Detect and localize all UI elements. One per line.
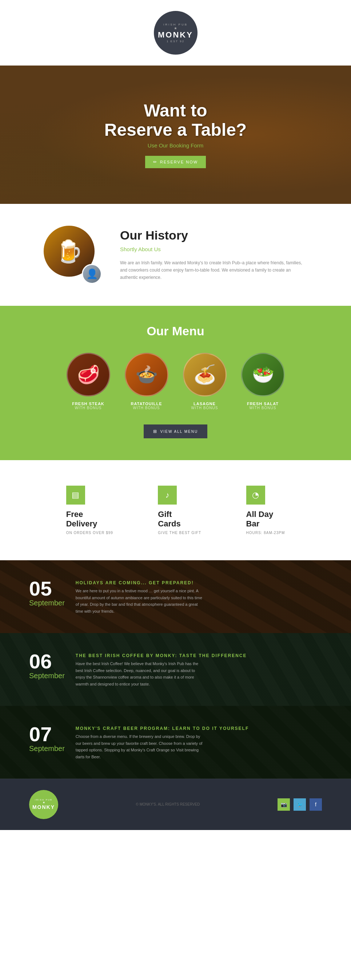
event-3-title: MONKY'S CRAFT BEER PROGRAM: LEARN TO DO … xyxy=(76,726,249,731)
logo-star: ★ xyxy=(174,26,177,30)
menu-item-name-steak: FRESH STEAK xyxy=(72,401,105,406)
person-icon: 👤 xyxy=(86,268,98,280)
feature-bar-title: All Day Bar xyxy=(246,510,273,529)
feature-giftcards-title: Gift Cards xyxy=(158,510,180,529)
menu-circle-ratatouille: 🍲 xyxy=(125,353,168,396)
event-3-content: 07 September MONKY'S CRAFT BEER PROGRAM:… xyxy=(29,724,249,760)
footer-logo-star: ★ xyxy=(43,801,45,804)
event-3-text: MONKY'S CRAFT BEER PROGRAM: LEARN TO DO … xyxy=(76,724,249,760)
grid-icon: ⊞ xyxy=(153,429,157,434)
clock-icon: ◔ xyxy=(252,490,259,500)
feature-bar: ◔ All Day Bar HOURS: 8AM-23PM xyxy=(246,486,285,535)
bar-icon-wrap: ◔ xyxy=(246,486,265,504)
feature-delivery: ▤ Free Delivery ON ORDERS OVER $99 xyxy=(66,486,113,535)
feature-delivery-sub: ON ORDERS OVER $99 xyxy=(66,531,113,535)
feature-bar-sub: HOURS: 8AM-23PM xyxy=(246,531,285,535)
event-block-2: 06 September THE BEST IRISH COFFEE BY MO… xyxy=(0,633,351,706)
ratatouille-icon: 🍲 xyxy=(135,364,158,385)
footer-copyright: © MONKY'S. ALL RIGHTS RESERVED xyxy=(136,802,200,807)
menu-items-container: 🥩 FRESH STEAK WITH BONUS 🍲 RATATOUILLE W… xyxy=(22,353,329,410)
history-description: We are an Irish family. We wanted Monky'… xyxy=(120,259,307,282)
steak-icon: 🥩 xyxy=(77,364,100,385)
lasagne-icon: 🍝 xyxy=(194,364,216,385)
menu-circle-salat: 🥗 xyxy=(241,353,285,396)
facebook-button[interactable]: f xyxy=(310,799,322,811)
hero-content: Want to Reserve a Table? Use Our Booking… xyxy=(105,101,246,169)
event-1-date: 05 September xyxy=(29,579,65,607)
history-section: 🍺 👤 Our History Shortly About Us We are … xyxy=(0,204,351,306)
instagram-button[interactable]: 📷 xyxy=(278,799,290,811)
footer: IRISH PUB ★ MONKY © MONKY'S. ALL RIGHTS … xyxy=(0,779,351,830)
twitter-button[interactable]: 🐦 xyxy=(294,799,306,811)
event-2-date: 06 September xyxy=(29,651,65,680)
menu-item-name-ratatouille: RATATOUILLE xyxy=(131,401,162,406)
menu-item-steak: 🥩 FRESH STEAK WITH BONUS xyxy=(65,353,112,410)
menu-item-bonus-salat: WITH BONUS xyxy=(249,406,276,410)
logo-pub-text: IRISH PUB xyxy=(163,23,188,26)
event-3-date: 07 September xyxy=(29,724,65,753)
avatar: 👤 xyxy=(82,264,102,284)
delivery-icon: ▤ xyxy=(71,490,79,500)
header: IRISH PUB ★ MONKY 1 EST 92 xyxy=(0,0,351,65)
menu-circle-steak: 🥩 xyxy=(67,353,110,396)
logo: IRISH PUB ★ MONKY 1 EST 92 xyxy=(154,11,197,55)
music-note-icon: ♪ xyxy=(165,490,170,500)
event-1-description: We are here to put you in a festive mood… xyxy=(76,587,203,615)
giftcards-icon-wrap: ♪ xyxy=(158,486,177,504)
footer-logo: IRISH PUB ★ MONKY xyxy=(29,790,58,819)
event-2-day: 06 xyxy=(29,651,65,671)
feature-delivery-title: Free Delivery xyxy=(66,510,97,529)
menu-item-bonus-ratatouille: WITH BONUS xyxy=(133,406,160,410)
menu-item-name-salat: FRESH SALAT xyxy=(247,401,279,406)
footer-logo-name: MONKY xyxy=(32,804,55,810)
events-section: 05 September HOLIDAYS ARE COMING... GET … xyxy=(0,560,351,779)
hero-section: Want to Reserve a Table? Use Our Booking… xyxy=(0,65,351,204)
menu-item-ratatouille: 🍲 RATATOUILLE WITH BONUS xyxy=(123,353,170,410)
history-text: Our History Shortly About Us We are an I… xyxy=(120,228,307,282)
event-1-day: 05 xyxy=(29,579,65,599)
menu-item-lasagne: 🍝 LASAGNE WITH BONUS xyxy=(181,353,229,410)
event-3-description: Choose from a diverse menu. If the brewe… xyxy=(76,733,203,760)
facebook-icon: f xyxy=(315,802,316,807)
menu-circle-lasagne: 🍝 xyxy=(183,353,227,396)
instagram-icon: 📷 xyxy=(281,802,287,807)
event-2-text: THE BEST IRISH COFFEE BY MONKY: TASTE TH… xyxy=(76,651,247,688)
salat-icon: 🥗 xyxy=(252,364,274,385)
footer-social: 📷 🐦 f xyxy=(278,799,322,811)
history-subtitle: Shortly About Us xyxy=(120,245,307,254)
history-image: 🍺 👤 xyxy=(44,226,102,284)
features-section: ▤ Free Delivery ON ORDERS OVER $99 ♪ Gif… xyxy=(0,460,351,560)
reserve-button[interactable]: ✏ RESERVE NOW xyxy=(145,156,206,168)
event-2-month: September xyxy=(29,671,65,680)
delivery-icon-wrap: ▤ xyxy=(66,486,85,504)
event-block-3: 07 September MONKY'S CRAFT BEER PROGRAM:… xyxy=(0,706,351,779)
menu-item-salat: 🥗 FRESH SALAT WITH BONUS xyxy=(239,353,287,410)
menu-item-bonus-lasagne: WITH BONUS xyxy=(191,406,218,410)
event-1-month: September xyxy=(29,599,65,607)
event-2-title: THE BEST IRISH COFFEE BY MONKY: TASTE TH… xyxy=(76,653,247,658)
event-2-content: 06 September THE BEST IRISH COFFEE BY MO… xyxy=(29,651,247,688)
twitter-icon: 🐦 xyxy=(297,802,303,807)
menu-section: Our Menu 🥩 FRESH STEAK WITH BONUS 🍲 RATA… xyxy=(0,306,351,460)
event-3-month: September xyxy=(29,745,65,753)
event-2-description: Have the best Irish Coffee! We believe t… xyxy=(76,660,203,688)
feature-giftcards-sub: GIVE THE BEST GIFT xyxy=(158,531,201,535)
menu-heading: Our Menu xyxy=(22,324,329,338)
menu-item-name-lasagne: LASAGNE xyxy=(194,401,216,406)
logo-est: 1 EST 92 xyxy=(167,40,184,43)
logo-name: MONKY xyxy=(158,30,193,40)
event-3-day: 07 xyxy=(29,724,65,745)
hero-subtitle: Use Our Booking Form xyxy=(105,142,246,148)
hero-heading: Want to Reserve a Table? xyxy=(105,101,246,140)
history-heading: Our History xyxy=(120,228,307,242)
event-1-text: HOLIDAYS ARE COMING... GET PREPARED! We … xyxy=(76,579,203,615)
menu-item-bonus-steak: WITH BONUS xyxy=(75,406,102,410)
event-1-content: 05 September HOLIDAYS ARE COMING... GET … xyxy=(29,579,203,615)
event-1-title: HOLIDAYS ARE COMING... GET PREPARED! xyxy=(76,580,203,585)
feature-giftcards: ♪ Gift Cards GIVE THE BEST GIFT xyxy=(158,486,201,535)
event-block-1: 05 September HOLIDAYS ARE COMING... GET … xyxy=(0,560,351,633)
beer-icon: 🍺 xyxy=(56,239,83,264)
reserve-icon: ✏ xyxy=(153,159,157,165)
view-menu-button[interactable]: ⊞ VIEW ALL MENU xyxy=(144,425,207,438)
